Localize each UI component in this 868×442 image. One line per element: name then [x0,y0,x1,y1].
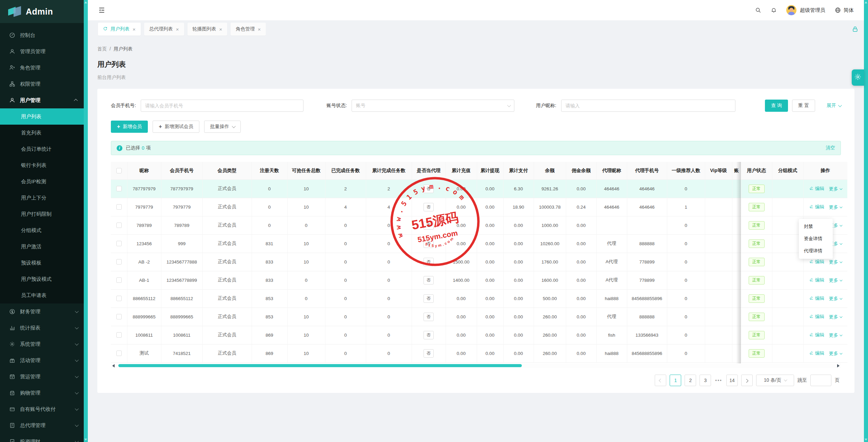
row-checkbox[interactable] [116,314,122,319]
horizontal-scrollbar-thumb[interactable] [118,364,522,367]
next-page-button[interactable] [741,375,753,386]
close-icon[interactable]: × [258,27,261,32]
edit-link[interactable]: 编辑 [809,259,824,265]
sidebar-scrollbar[interactable] [84,0,88,442]
clear-selection-link[interactable]: 清空 [826,145,835,151]
scroll-down-arrow[interactable] [84,439,87,441]
sidebar-item-group[interactable]: 自有账号代收付 [0,401,84,417]
sidebar-item-group[interactable]: 总代理管理 [0,417,84,434]
scroll-left-arrow[interactable] [112,364,115,367]
scroll-up-arrow[interactable] [865,1,867,3]
more-link[interactable]: 更多 [829,314,842,320]
page-button[interactable]: 14 [726,375,738,386]
lock-icon[interactable] [852,26,859,33]
sidebar-item-sub[interactable]: 银行卡列表 [0,157,84,173]
dropdown-item[interactable]: 代理详情 [799,245,833,257]
row-checkbox[interactable] [116,259,122,265]
expand-toggle[interactable]: 展开 [827,103,841,109]
more-link[interactable]: 更多 [829,332,842,338]
tab-active[interactable]: 用户列表× [98,23,141,36]
add-member-button[interactable]: + 新增会员 [111,121,148,133]
row-checkbox[interactable] [116,351,122,356]
phone-filter-input[interactable] [141,100,303,112]
search-icon[interactable] [755,7,761,13]
batch-actions-button[interactable]: 批量操作 [204,121,241,133]
edit-link[interactable]: 编辑 [809,350,824,356]
sidebar-item-top[interactable]: 管理员管理 [0,43,84,60]
search-button[interactable]: 查 询 [765,100,788,112]
sidebar-item-sub[interactable]: 用户上下分 [0,190,84,206]
language-switcher[interactable]: 简体 [835,7,854,14]
sidebar-item-sub[interactable]: 首充列表 [0,125,84,141]
sidebar-item-sub[interactable]: 用户预设模式 [0,271,84,287]
settings-gear-button[interactable] [852,69,864,86]
refresh-icon[interactable] [103,26,107,32]
edit-link[interactable]: 编辑 [809,332,824,338]
more-link[interactable]: 更多 [829,296,842,302]
sidebar-item-top[interactable]: 权限管理 [0,76,84,92]
scroll-right-arrow[interactable] [837,364,840,367]
page-button[interactable]: 1 [670,375,681,386]
sidebar-item-sub[interactable]: 会员订单统计 [0,141,84,157]
row-checkbox[interactable] [116,223,122,228]
sidebar-item-group[interactable]: 统计报表 [0,320,84,336]
edit-link[interactable]: 编辑 [809,186,824,192]
more-link[interactable]: 更多 [829,259,842,265]
edit-link[interactable]: 编辑 [809,277,824,283]
close-icon[interactable]: × [219,27,222,32]
sidebar-item-sub[interactable]: 用户激活 [0,238,84,255]
tab-item[interactable]: 轮播图列表× [188,23,228,36]
status-filter-select[interactable]: 账号 [352,100,514,112]
more-link[interactable]: 更多 [829,204,842,210]
close-icon[interactable]: × [133,27,136,32]
breadcrumb-home[interactable]: 首页 [97,46,107,52]
sidebar-item-group[interactable]: 活动管理 [0,352,84,369]
sidebar-item-sub[interactable]: 用户列表 [0,108,84,125]
row-checkbox[interactable] [116,296,122,301]
sidebar-item-parent[interactable]: 用户管理 [0,92,84,108]
row-checkbox[interactable] [116,277,122,283]
edit-link[interactable]: 编辑 [809,314,824,320]
scroll-up-arrow[interactable] [84,1,87,3]
prev-page-button[interactable] [655,375,666,386]
tab-item[interactable]: 角色管理× [231,23,266,36]
close-icon[interactable]: × [176,27,179,32]
more-link[interactable]: 更多 [829,351,842,357]
app-logo[interactable]: Admin [0,0,84,23]
dropdown-item[interactable]: 资金详情 [799,233,833,245]
menu-fold-icon[interactable] [98,6,105,14]
row-checkbox[interactable] [116,332,122,338]
sidebar-item-sub[interactable]: 会员IP检测 [0,173,84,190]
sidebar-item-group[interactable]: 购物管理 [0,385,84,401]
more-link[interactable]: 更多 [829,186,842,192]
select-all-checkbox[interactable] [116,168,122,173]
page-button[interactable]: 3 [699,375,711,386]
page-button[interactable]: 2 [685,375,696,386]
add-test-member-button[interactable]: + 新增测试会员 [153,121,199,133]
nickname-filter-input[interactable] [561,100,735,112]
page-scrollbar[interactable] [864,0,868,442]
edit-link[interactable]: 编辑 [809,204,824,210]
sidebar-item-sub[interactable]: 员工申请表 [0,287,84,303]
page-size-select[interactable]: 10 条/页 [756,375,794,386]
sidebar-item-sub[interactable]: 分组模式 [0,222,84,238]
sidebar-item-group[interactable]: 财务管理 [0,303,84,320]
sidebar-item-top[interactable]: 角色管理 [0,60,84,76]
bell-icon[interactable] [771,7,777,13]
user-menu[interactable]: 超级管理员 [786,5,825,15]
scroll-down-arrow[interactable] [865,439,867,441]
edit-link[interactable]: 编辑 [809,295,824,301]
sidebar-item-group[interactable]: 营运管理 [0,369,84,385]
more-link[interactable]: 更多 [829,277,842,283]
jump-page-input[interactable] [810,375,831,386]
row-checkbox[interactable] [116,204,122,210]
row-checkbox[interactable] [116,186,122,191]
dropdown-item[interactable]: 封禁 [799,220,833,233]
sidebar-item-sub[interactable]: 用户打码限制 [0,206,84,222]
tab-item[interactable]: 总代理列表× [144,23,184,36]
sidebar-item-group[interactable]: 投资理财 [0,434,84,442]
sidebar-item-top[interactable]: 控制台 [0,27,84,43]
reset-button[interactable]: 重 置 [792,100,815,112]
sidebar-item-sub[interactable]: 预设模板 [0,255,84,271]
sidebar-item-group[interactable]: 系统管理 [0,336,84,352]
